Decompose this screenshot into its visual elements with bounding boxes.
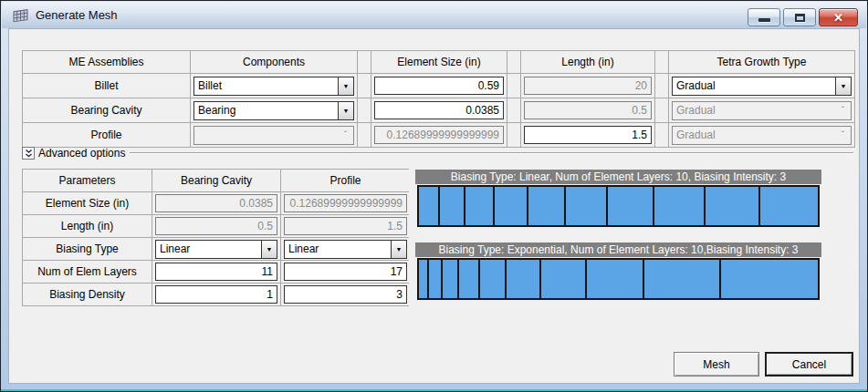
spacer-cell [655, 51, 668, 73]
title-bar[interactable]: Generate Mesh ✕ [2, 2, 866, 28]
element-size-input[interactable]: 0.59 [374, 77, 504, 95]
column-header: Element Size (in) [371, 51, 507, 73]
biasing-type-dropdown[interactable]: Linear ▼ [155, 240, 277, 259]
table-row: 0.0385 [152, 192, 280, 214]
maximize-icon [795, 14, 805, 22]
cancel-button[interactable]: Cancel [765, 352, 853, 377]
spacer-cell [507, 74, 520, 98]
column-header: ME Assemblies [23, 51, 190, 73]
table-row: 1.5 [281, 215, 410, 237]
component-dropdown: ˇ [193, 126, 354, 145]
param-label: Num of Elem Layers [23, 261, 152, 283]
length-field: 0.5 [524, 101, 652, 119]
mesh-cell [443, 260, 459, 298]
param-label: Biasing Density [23, 284, 152, 305]
table-row: Linear ▼ [281, 238, 410, 260]
table-row: 3 [281, 284, 410, 305]
chevron-down-icon[interactable]: ▼ [338, 77, 353, 95]
window-controls: ✕ [748, 8, 858, 26]
component-dropdown[interactable]: Bearing ▼ [193, 101, 354, 120]
spacer-cell [358, 123, 371, 147]
param-label: Biasing Type [23, 238, 152, 260]
tetra-growth-dropdown: Gradual ˇ [672, 126, 852, 145]
spacer-cell [655, 123, 668, 147]
advanced-options-section: Advanced options [22, 146, 853, 160]
tetra-growth-dropdown: Gradual ˇ [672, 101, 852, 120]
mesh-cell [608, 187, 654, 225]
chevron-down-icon[interactable]: ▼ [338, 102, 353, 119]
dropdown-value: Billet [194, 79, 338, 92]
column-header: Profile [281, 170, 410, 191]
chevron-down-icon[interactable]: ▼ [261, 241, 277, 258]
table-row: Linear ▼ [152, 238, 280, 260]
dropdown-value: Gradual [673, 79, 835, 92]
spacer-cell [358, 51, 371, 73]
mesh-cell [507, 260, 541, 298]
dropdown-value: Bearing [194, 104, 338, 117]
component-dropdown[interactable]: Billet ▼ [193, 77, 354, 96]
assembly-label: Profile [23, 123, 190, 147]
table-row: Billet ▼ [191, 74, 357, 98]
param-label: Length (in) [23, 215, 152, 237]
table-row: 0.12689999999999999 [281, 192, 410, 214]
table-row: Gradual ▼ [669, 74, 854, 98]
mesh-cell [459, 260, 480, 298]
spacer-cell [655, 98, 668, 122]
assembly-label: Bearing Cavity [23, 98, 190, 122]
table-row: 1 [152, 284, 280, 305]
num-elem-layers-input[interactable]: 11 [155, 263, 277, 281]
spacer-cell [507, 51, 520, 73]
close-button[interactable]: ✕ [819, 8, 858, 26]
table-row: 11 [152, 261, 280, 283]
element-size-field: 0.0385 [155, 194, 277, 212]
mesh-cell [760, 187, 818, 225]
spacer-cell [655, 74, 668, 98]
mesh-cell [419, 260, 429, 298]
tetra-growth-dropdown[interactable]: Gradual ▼ [672, 77, 852, 96]
length-field: 1.5 [284, 217, 407, 235]
biasing-type-dropdown[interactable]: Linear ▼ [284, 240, 407, 259]
mesh-cell [566, 187, 608, 225]
table-row: 0.5 [521, 98, 654, 122]
num-elem-layers-input[interactable]: 17 [284, 263, 407, 281]
table-row: 20 [521, 74, 654, 98]
assemblies-table: ME Assemblies Components Element Size (i… [22, 50, 855, 148]
biasing-density-input[interactable]: 3 [284, 285, 407, 304]
element-size-field: 0.12689999999999999 [374, 126, 504, 144]
linear-biasing-preview [417, 185, 820, 227]
element-size-field: 0.12689999999999999 [284, 194, 407, 212]
element-size-input[interactable]: 0.0385 [374, 101, 504, 119]
dropdown-value: Gradual [673, 129, 835, 141]
mesh-cell [644, 260, 720, 298]
exponential-biasing-preview [417, 258, 820, 300]
minimize-button[interactable] [748, 8, 780, 26]
mesh-cell [440, 187, 465, 225]
mesh-button[interactable]: Mesh [674, 352, 759, 377]
table-row: Gradual ˇ [669, 123, 854, 147]
advanced-options-toggle[interactable] [22, 147, 35, 160]
chevron-down-icon[interactable]: ▼ [835, 77, 851, 95]
minimize-icon [758, 18, 770, 22]
maximize-button[interactable] [783, 8, 816, 26]
linear-biasing-panel: Biasing Type: Linear, Num of Element Lay… [415, 170, 821, 227]
dropdown-value: Gradual [673, 104, 835, 117]
spacer-cell [358, 98, 371, 122]
length-input[interactable]: 1.5 [524, 126, 652, 144]
advanced-options-label: Advanced options [38, 147, 125, 160]
table-row: 0.12689999999999999 [371, 123, 507, 147]
generate-mesh-dialog: Generate Mesh ✕ ME Assemblies Components… [0, 0, 868, 392]
parameters-table: Parameters Bearing Cavity Profile Elemen… [22, 169, 409, 306]
mesh-cell [654, 187, 706, 225]
spacer-cell [358, 74, 371, 98]
mesh-cell [528, 187, 567, 225]
mesh-cell [706, 187, 760, 225]
table-row: 1.5 [521, 123, 654, 147]
biasing-density-input[interactable]: 1 [155, 285, 277, 304]
table-row: 0.0385 [371, 98, 507, 122]
chevron-down-icon[interactable]: ▼ [391, 241, 406, 258]
mesh-cell [465, 187, 495, 225]
mesh-cell [495, 187, 528, 225]
table-row: 17 [281, 261, 410, 283]
mesh-cell [541, 260, 586, 298]
spacer-cell [507, 123, 520, 147]
